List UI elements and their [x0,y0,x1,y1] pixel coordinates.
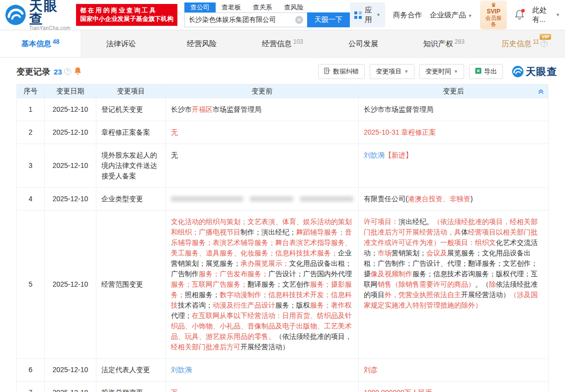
text-segment: 演出经纪。 [399,218,433,226]
text-segment: 除 [489,280,496,288]
text-segment: ) [471,195,473,203]
cell-date: 2025-12-10 [45,188,96,211]
brand-domain: TianYanCha.com [29,25,71,31]
cell-line: 刘彦 [364,365,543,375]
user-menu[interactable]: 此处有... ▼ [532,5,560,24]
tab-label: 公司发展 [348,39,378,49]
col-header-变更日期: 变更日期 [45,84,96,98]
chevron-down-icon: ▼ [404,69,408,74]
section-tab-bar: 基本信息48法律诉讼经营风险经营信息103公司发展知识产权283历史信息11VI… [0,30,565,58]
search-tab-0[interactable]: 查公司 [184,2,216,12]
apps-grid-icon [354,11,362,19]
tab-知识产权[interactable]: 知识产权283 [404,30,484,57]
text-segment: 【新进】 [385,151,412,159]
text-segment: 体 [461,228,468,236]
cell-item: 法定代表人变更 [96,359,166,382]
notification-bell-icon[interactable] [515,9,524,20]
change-table: 序号变更日期变更项目变更前变更后 12025-12-10登记机关变更长沙市开福区… [16,84,549,392]
tab-label: 知识产权 [423,39,453,49]
nav-enterprise-products[interactable]: 企业级产品 ▼ [430,10,472,20]
toolbar-watermark-logo: 天眼查 [512,65,557,78]
entity-link[interactable]: 刘歆漪 [171,366,192,374]
help-icon[interactable]: ? [541,40,548,47]
data-correction-button[interactable]: 数据纠错 [318,64,365,79]
cell-line: 1000.000000万人民币 [364,388,543,392]
tianyancha-logo[interactable]: 天眼查 TianYanCha.com [5,0,71,31]
svip-member-badge[interactable]: ♛ SVIP 会员服务 [480,0,507,29]
search-tab-3[interactable]: 查风险 [278,2,310,12]
text-segment: 1000.000000万人民币 [364,389,432,392]
text-segment: 会议及 [426,249,447,257]
tab-历史信息[interactable]: 历史信息11VIP? [484,30,565,57]
apps-menu[interactable]: 应用 ▼ [350,2,385,27]
change-record-table-wrap: 序号变更日期变更项目变更前变更后 12025-12-10登记机关变更长沙市开福区… [0,84,565,392]
search-tabs: 查公司查老板查关系查风险 [184,2,350,12]
tab-label: 法律诉讼 [106,39,136,49]
change-time-filter-button[interactable]: 变更时间▼ [419,64,464,79]
doc-icon [324,68,330,76]
entity-link[interactable]: 刘歆漪 [364,151,385,159]
text-segment: 照相服务； [185,291,220,299]
export-button[interactable]: 导出 [469,64,503,79]
tab-基本信息[interactable]: 基本信息48 [0,30,81,57]
text-segment: 外，凭营业执照依法自主 [385,291,461,299]
chevron-down-icon: ▼ [468,13,472,18]
text-segment: 无 [171,151,178,159]
cell-line: 长沙市开福区市场监督管理局 [171,104,353,115]
text-segment: 承办展览展示； [241,259,289,267]
cell-date: 2025-12-10 [45,382,96,392]
change-record-toolbar: 变更记录 23 ? 数据纠错变更项目▼变更时间▼导出天眼查 [0,58,565,84]
text-segment: 制作；演出经纪； [241,228,296,236]
cell-line: 许可项目：演出经纪。（依法须经批准的项目，经相关部门批准后方可开展经营活动，具体… [364,217,543,311]
search-button[interactable]: 天眼一下 [307,12,350,27]
eye-wave-logo-icon [5,4,26,26]
search-tab-1[interactable]: 查老板 [216,2,247,12]
tab-count: 103 [293,38,303,45]
clear-icon[interactable]: ✕ [295,16,303,24]
text-segment: 2025-10-31 章程修正案 [364,128,436,136]
cell-date: 2025-12-10 [45,121,96,144]
cell-after: 长沙市市场监督管理局 [359,98,549,121]
help-icon[interactable]: ? [64,68,71,75]
cell-seq: 6 [17,359,45,382]
redacted-blur [250,196,293,202]
cell-item: 投资总额变更 [96,382,166,392]
text-segment: 服务；互联网广告服务； [171,280,247,288]
cell-before: 文化活动的组织与策划；文艺表演、体育、娱乐活动的策划和组织；广播电视节目制作；演… [166,211,359,359]
tab-count: 48 [53,38,59,45]
button-label: 变更时间 [425,67,451,76]
page-title: 变更记录 [16,66,50,78]
cell-date: 2025-12-10 [45,98,96,121]
col-header-变更项目: 变更项目 [96,84,166,98]
cell-after: 许可项目：演出经纪。（依法须经批准的项目，经相关部门批准后方可开展经营活动，具体… [359,211,549,359]
cell-line: 刘歆漪【新进】 [364,150,543,160]
brand-name: 天眼查 [29,0,71,25]
text-segment: 长沙市市场监督管理局 [364,105,433,113]
text-segment: 开福区 [192,105,213,113]
tab-公司发展[interactable]: 公司发展 [323,30,404,57]
tab-法律诉讼[interactable]: 法律诉讼 [81,30,161,57]
text-segment: 广告设计；广告国内外代理 [268,270,352,278]
text-segment: 无 [171,128,178,136]
watermark-text: 天眼查 [526,65,557,78]
cell-line: 长沙市市场监督管理局 [364,104,543,115]
nav-business-cooperation[interactable]: 商务合作 [393,10,422,20]
cell-after: 有限责任公司(港澳台投资、非独资) [359,188,549,211]
cell-after: 1000.000000万人民币 [359,382,549,392]
tab-经营风险[interactable]: 经营风险 [161,30,242,57]
text-segment: （依法须经批准的项目， [275,332,352,340]
text-segment: 翻译服务；文艺创作 [247,280,310,288]
search-tab-2[interactable]: 查关系 [247,2,278,12]
search-input[interactable] [184,12,307,27]
cell-date: 2025-12-10 [45,211,96,359]
tab-count: 11 [533,38,539,45]
top-nav: 应用 ▼ 商务合作 企业级产品 ▼ ♛ SVIP 会员服务 此处有... [350,0,560,29]
change-project-filter-button[interactable]: 变更项目▼ [370,64,414,79]
redacted-blur [300,196,353,202]
collapse-all-icon[interactable] [538,88,544,96]
cell-seq: 2 [17,121,45,144]
table-row: 72025-12-10投资总额变更万1000.000000万人民币 [17,382,549,392]
cell-seq: 1 [17,98,45,121]
subscribe-bell-icon[interactable] [74,67,81,77]
tab-经营信息[interactable]: 经营信息103 [242,30,323,57]
